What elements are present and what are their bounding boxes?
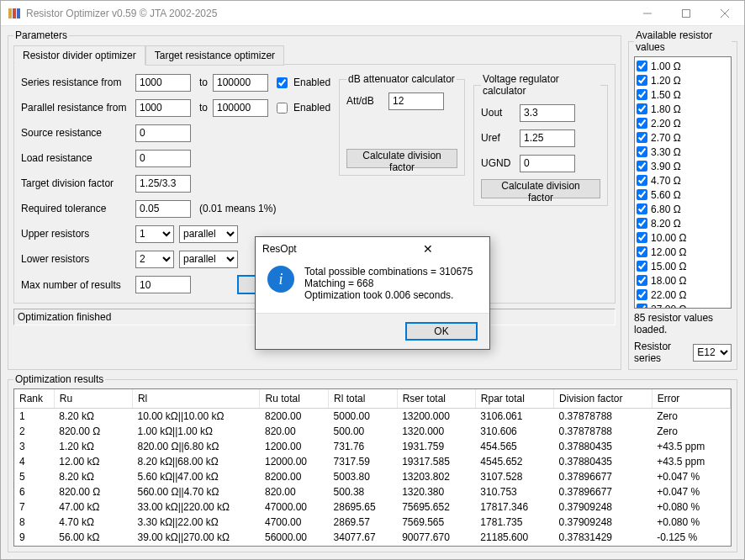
col-header[interactable]: Rl [132, 389, 260, 409]
label-ugnd: UGND [481, 157, 515, 169]
db-calc-button[interactable]: Calculate division factor [346, 149, 457, 168]
ugnd-input[interactable] [520, 155, 575, 172]
resistor-value-item[interactable]: 1.50 Ω [637, 87, 729, 102]
resistor-value-item[interactable]: 2.20 Ω [637, 116, 729, 130]
parallel-from-input[interactable] [135, 99, 191, 117]
label-load-res: Load resistance [21, 152, 130, 164]
label-to-2: to [199, 102, 208, 114]
parallel-enabled-checkbox[interactable]: Enabled [273, 100, 330, 116]
results-legend: Optimization results [13, 373, 105, 385]
vreg-calc-button[interactable]: Calculate division factor [481, 179, 600, 198]
upper-count-select[interactable]: 1 [135, 225, 174, 243]
results-table-container[interactable]: RankRuRlRu totalRl totalRser totalRpar t… [13, 388, 732, 547]
req-tol-input[interactable] [135, 200, 191, 218]
max-results-input[interactable] [135, 276, 191, 293]
col-header[interactable]: Rl total [329, 389, 398, 409]
info-dialog: ResOpt ✕ i Total possible combinations =… [255, 236, 490, 350]
col-header[interactable]: Rser total [397, 389, 475, 409]
table-row[interactable]: 58.20 kΩ5.60 kΩ||47.00 kΩ8200.005003.801… [14, 469, 731, 484]
svg-rect-1 [13, 8, 16, 18]
tab-target-optimizer[interactable]: Target resistance optimizer [145, 45, 284, 66]
col-header[interactable]: Ru [54, 389, 132, 409]
label-uout: Uout [481, 107, 515, 119]
vreg-calc-group: Voltage regulator calculator Uout Uref U… [473, 73, 608, 206]
load-res-input[interactable] [135, 150, 191, 167]
label-max-results: Max number of results [21, 279, 130, 291]
resistor-value-item[interactable]: 27.00 Ω [637, 302, 729, 309]
label-lower-res: Lower resistors [21, 253, 130, 265]
resistor-value-item[interactable]: 12.00 Ω [637, 245, 729, 259]
resistor-value-item[interactable]: 1.20 Ω [637, 73, 729, 87]
svg-rect-0 [8, 8, 12, 18]
resistor-value-item[interactable]: 3.30 Ω [637, 145, 729, 159]
available-values-group: Available resistor values 1.00 Ω1.20 Ω1.… [628, 29, 737, 370]
label-to-1: to [199, 77, 208, 88]
col-header[interactable]: Rank [14, 389, 54, 409]
parameters-legend: Parameters [13, 29, 69, 41]
db-calc-group: dB attenuator calculator Att/dB Calculat… [339, 73, 465, 176]
series-to-input[interactable] [213, 74, 268, 92]
table-row[interactable]: 956.00 kΩ39.00 kΩ||270.00 kΩ56000.003407… [14, 530, 731, 545]
resistor-value-item[interactable]: 4.70 Ω [637, 173, 729, 188]
titlebar: Resistor Optimizer v0.59 © JTA 2002-2025 [1, 1, 744, 26]
col-header[interactable]: Division factor [554, 389, 653, 409]
resistor-value-item[interactable]: 3.90 Ω [637, 159, 729, 173]
info-icon: i [267, 266, 294, 293]
maximize-button[interactable] [667, 1, 705, 25]
att-db-input[interactable] [388, 92, 444, 110]
parallel-to-input[interactable] [213, 99, 268, 117]
available-legend: Available resistor values [634, 29, 732, 53]
resistor-value-item[interactable]: 2.70 Ω [637, 130, 729, 145]
resistor-values-list[interactable]: 1.00 Ω1.20 Ω1.50 Ω1.80 Ω2.20 Ω2.70 Ω3.30… [634, 56, 732, 309]
table-row[interactable]: 31.20 kΩ820.00 Ω||6.80 kΩ1200.00731.7619… [14, 439, 731, 454]
resistor-value-item[interactable]: 1.00 Ω [637, 59, 729, 73]
vreg-calc-legend: Voltage regulator calculator [481, 73, 600, 97]
target-div-input[interactable] [135, 175, 191, 193]
resistor-series-select[interactable]: E12 [693, 344, 732, 362]
lower-count-select[interactable]: 2 [135, 251, 174, 268]
resistor-value-item[interactable]: 18.00 Ω [637, 273, 729, 288]
table-row[interactable]: 6820.00 Ω560.00 Ω||4.70 kΩ820.00500.3813… [14, 484, 731, 499]
dialog-message: Total possible combinations = 310675 Mat… [304, 266, 473, 301]
series-enabled-checkbox[interactable]: Enabled [273, 75, 330, 91]
lower-mode-select[interactable]: parallel [179, 251, 238, 268]
label-uref: Uref [481, 132, 515, 144]
table-row[interactable]: 2820.00 Ω1.00 kΩ||1.00 kΩ820.00500.00132… [14, 424, 731, 439]
col-header[interactable]: Rpar total [475, 389, 553, 409]
tab-divider-optimizer[interactable]: Resistor divider optimizer [13, 45, 145, 66]
resistor-value-item[interactable]: 6.80 Ω [637, 202, 729, 216]
db-calc-legend: dB attenuator calculator [346, 73, 457, 85]
col-header[interactable]: Ru total [260, 389, 329, 409]
label-att-db: Att/dB [346, 95, 383, 107]
series-from-input[interactable] [135, 74, 191, 92]
resistor-value-item[interactable]: 1.80 Ω [637, 102, 729, 116]
resistor-value-item[interactable]: 10.00 Ω [637, 230, 729, 245]
source-res-input[interactable] [135, 124, 191, 142]
minimize-button[interactable] [628, 1, 667, 25]
uref-input[interactable] [520, 129, 575, 147]
label-parallel-from: Parallel resistance from [21, 102, 130, 114]
label-resistor-series: Resistor series [634, 341, 688, 364]
table-row[interactable]: 84.70 kΩ3.30 kΩ||22.00 kΩ4700.002869.577… [14, 515, 731, 530]
close-button[interactable] [705, 1, 744, 25]
resistor-value-item[interactable]: 5.60 Ω [637, 188, 729, 202]
resistor-value-item[interactable]: 8.20 Ω [637, 216, 729, 230]
table-row[interactable]: 412.00 kΩ8.20 kΩ||68.00 kΩ12000.007317.5… [14, 454, 731, 469]
upper-mode-select[interactable]: parallel [179, 225, 238, 243]
uout-input[interactable] [520, 104, 575, 122]
app-icon [8, 7, 21, 20]
table-row[interactable]: 747.00 kΩ33.00 kΩ||220.00 kΩ47000.002869… [14, 499, 731, 515]
resistor-value-item[interactable]: 22.00 Ω [637, 288, 729, 302]
resistor-value-item[interactable]: 15.00 Ω [637, 259, 729, 273]
window-title: Resistor Optimizer v0.59 © JTA 2002-2025 [26, 8, 628, 19]
label-req-tol: Required tolerance [21, 203, 130, 214]
col-header[interactable]: Error [652, 389, 730, 409]
dialog-ok-button[interactable]: OK [405, 322, 478, 341]
svg-rect-2 [17, 8, 20, 18]
dialog-close-button[interactable]: ✕ [372, 242, 483, 256]
table-row[interactable]: 105.60 kΩ3.90 kΩ||27.00 kΩ5600.003407.77… [14, 545, 731, 547]
results-table: RankRuRlRu totalRl totalRser totalRpar t… [14, 389, 731, 547]
dialog-title: ResOpt [262, 243, 372, 255]
table-row[interactable]: 18.20 kΩ10.00 kΩ||10.00 kΩ8200.005000.00… [14, 409, 731, 425]
label-series-from: Series resistance from [21, 77, 130, 88]
